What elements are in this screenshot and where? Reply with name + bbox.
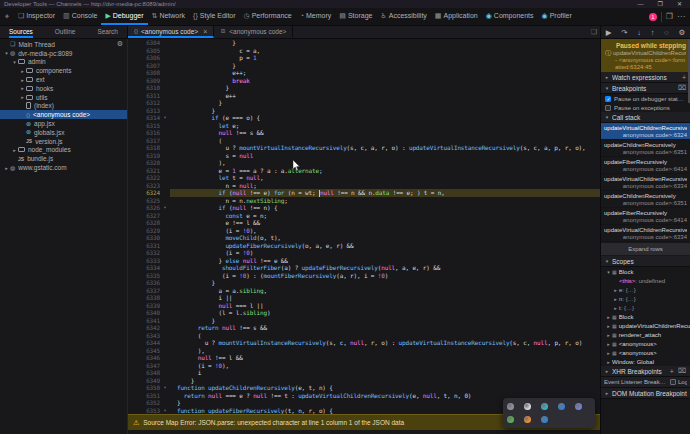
tab-network[interactable]: ⇅Network [148,8,190,25]
stack-frame-5[interactable]: updateFiberRecursivelyanonymous code>:64… [601,208,690,225]
add-watch-icon[interactable]: + [681,74,687,81]
line-number[interactable]: 6322 [128,174,160,182]
code-line-6349[interactable]: 6349 } [128,377,600,385]
code-line-6322[interactable]: 6322 let t = null, [128,174,600,182]
tree-item-www-gstatic-com[interactable]: ▸◍www.gstatic.com [0,163,127,172]
line-number[interactable]: 6342 [128,324,160,332]
fold-arrow-icon[interactable]: ▾ [160,114,170,122]
line-number[interactable]: 6347 [128,362,160,370]
tab-performance[interactable]: ◷Performance [240,8,296,25]
code-line-6315[interactable]: 6315 let e; [128,122,600,130]
scope-row-4[interactable]: ▸t: {…} [601,303,690,312]
tree-item-ext[interactable]: ▸ext [0,75,127,84]
line-number[interactable]: 6313 [128,107,160,115]
line-number[interactable]: 6340 [128,309,160,317]
tree-item-utils[interactable]: ▸utils [0,93,127,102]
meatball-menu-icon[interactable]: ⋯ [677,12,685,21]
scope-row-7[interactable]: ▸▦renderer_attach [601,330,690,339]
line-number[interactable]: 6332 [128,249,160,257]
remove-breakpoints-icon[interactable]: ⌧ [677,84,687,92]
tab-components[interactable]: ◉Components [482,8,538,25]
checkbox[interactable] [605,96,611,102]
editor-tab-0[interactable]: {}<anonymous code>× [128,26,214,38]
close-tab-icon[interactable]: × [203,28,207,35]
code-line-6311[interactable]: 6311 e++ [128,92,600,100]
code-line-6307[interactable]: 6307 } [128,62,600,70]
tray-icon-row2-2[interactable] [541,416,548,423]
line-number[interactable]: 6343 [128,332,160,340]
tree-item-admin[interactable]: ▾admin [0,58,127,67]
scope-row-10[interactable]: ▸Window: Global [601,357,690,366]
code-line-6345[interactable]: 6345 ), [128,347,600,355]
scope-row-0[interactable]: ▾▦Block [601,267,690,276]
line-number[interactable]: 6315 [128,122,160,130]
editor-tab-1[interactable]: 🗎<anonymous code> [214,26,293,38]
breakpoint-option-0[interactable]: Pause on debugger statement [601,94,690,103]
code-line-6328[interactable]: 6328 e !== l && [128,219,600,227]
add-xhr-breakpoint-icon[interactable]: + [669,368,675,375]
window-minimize-button[interactable]: — [638,0,644,8]
step-in-button[interactable]: ↓ [637,27,641,38]
code-line-6331[interactable]: 6331 updateFiberRecursively(o, a, e, r) … [128,242,600,250]
tree-item--anonymous-code-[interactable]: {}<anonymous code> [0,110,127,119]
tree-item-globals-jsx[interactable]: ⊛globals.jsx [0,128,127,137]
line-number[interactable]: 6316 [128,129,160,137]
watch-expressions-header[interactable]: ▸ Watch expressions + [601,72,690,83]
tree-item-hooks[interactable]: ▸hooks [0,84,127,93]
line-number[interactable]: 6348 [128,369,160,377]
code-line-6325[interactable]: 6325 n = n.nextSibling; [128,197,600,205]
log-checkbox[interactable] [670,379,676,385]
stack-frame-1[interactable]: updateChildrenRecursivelyanonymous code>… [601,140,690,157]
code-line-6336[interactable]: 6336 } [128,279,600,287]
line-number[interactable]: 6331 [128,242,160,250]
tray-icon-row1-3[interactable] [558,403,565,410]
code-line-6310[interactable]: 6310 } [128,84,600,92]
panel-tab-outline[interactable]: Outline [55,26,76,38]
line-number[interactable]: 6304 [128,39,160,47]
stack-frame-2[interactable]: updateFiberRecursivelyanonymous code>:64… [601,157,690,174]
tray-icon-row1-0[interactable] [507,403,514,410]
code-line-6318[interactable]: 6318 u ? mountVirtualInstanceRecursively… [128,144,600,152]
line-number[interactable]: 6351 [128,392,160,400]
editor-options-icon[interactable]: ❏ [588,26,600,38]
fold-arrow-icon[interactable]: ▾ [160,407,170,415]
line-number[interactable]: 6352 [128,399,160,407]
line-number[interactable]: 6305 [128,47,160,55]
tray-icon-row1-2[interactable] [541,403,548,410]
line-number[interactable]: 6324 [128,189,160,197]
tab-memory[interactable]: ◔Memory [296,8,336,25]
line-number[interactable]: 6328 [128,219,160,227]
line-number[interactable]: 6327 [128,212,160,220]
code-line-6305[interactable]: 6305 c = a, [128,47,600,55]
stack-frame-0[interactable]: updateVirtualChildrenRecursivelyanonymou… [601,123,690,140]
tab-accessibility[interactable]: ♿Accessibility [376,8,430,25]
panel-tab-search[interactable]: Search [97,26,118,38]
code-line-6320[interactable]: 6320 ), [128,159,600,167]
line-number[interactable]: 6338 [128,294,160,302]
line-number[interactable]: 6321 [128,167,160,175]
code-line-6339[interactable]: 6339 null === l || [128,302,600,310]
code-line-6338[interactable]: 6338 i || [128,294,600,302]
tab-inspector[interactable]: ❏Inspector [14,8,59,25]
line-number[interactable]: 6339 [128,302,160,310]
line-number[interactable]: 6329 [128,227,160,235]
code-line-6348[interactable]: 6348 i [128,369,600,377]
scope-row-5[interactable]: ▸▦Block [601,312,690,321]
line-number[interactable]: 6325 [128,197,160,205]
line-number[interactable]: 6341 [128,317,160,325]
line-number[interactable]: 6345 [128,347,160,355]
paused-location[interactable]: - <anonymous code>:formatted:6324:45 [605,57,686,71]
line-number[interactable]: 6346 [128,354,160,362]
tab-application[interactable]: ▦Application [431,8,482,25]
remove-xhr-breakpoints-icon[interactable]: ⌧ [677,367,687,375]
code-line-6341[interactable]: 6341 } [128,317,600,325]
tray-icon-row1-4[interactable] [575,403,582,410]
call-stack-header[interactable]: ▾ Call stack [601,112,690,123]
line-number[interactable]: 6309 [128,77,160,85]
tray-icon-row2-0[interactable] [507,416,514,423]
code-line-6306[interactable]: 6306 p = 1 [128,54,600,62]
code-line-6334[interactable]: 6334 shouldFilterFiber(a) ? updateFiberR… [128,264,600,272]
line-number[interactable]: 6308 [128,69,160,77]
code-line-6326[interactable]: 6326▾ if (null !== n) { [128,204,600,212]
code-line-6337[interactable]: 6337 a = a.sibling, [128,287,600,295]
